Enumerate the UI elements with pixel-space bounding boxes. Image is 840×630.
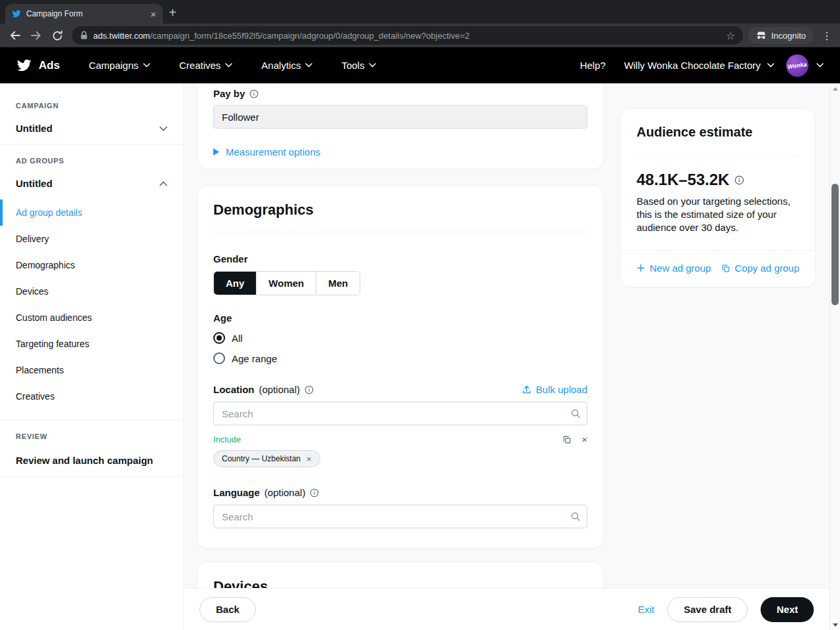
back-button[interactable]: Back (200, 597, 256, 622)
location-chip[interactable]: Country — Uzbekistan × (213, 450, 320, 467)
sidebar: CAMPAIGN Untitled AD GROUPS Untitled Ad … (0, 83, 184, 630)
measurement-options-label: Measurement options (226, 146, 320, 158)
ads-nav: Campaigns Creatives Analytics Tools (89, 60, 376, 71)
bookmark-star-icon[interactable]: ☆ (726, 30, 735, 42)
nav-tools[interactable]: Tools (341, 60, 376, 71)
gender-segmented-control: Any Women Men (213, 271, 360, 295)
back-icon[interactable] (5, 26, 25, 45)
sidebar-item-demographics[interactable]: Demographics (0, 252, 183, 278)
age-label: Age (213, 312, 587, 324)
reload-icon[interactable] (47, 26, 67, 45)
copy-ad-group-link[interactable]: Copy ad group (721, 262, 799, 274)
payby-label: Pay by (213, 88, 245, 99)
info-icon[interactable] (249, 89, 259, 98)
language-search-input[interactable] (213, 505, 587, 528)
sidebar-adgroup-toggle[interactable]: Untitled (0, 169, 183, 200)
location-search-input[interactable] (213, 402, 587, 425)
language-label: Language (213, 487, 260, 498)
ads-header: Ads Campaigns Creatives Analytics Tools … (0, 47, 840, 83)
audience-estimate-row: 48.1K–53.2K (621, 156, 815, 189)
scrollbar-down-icon[interactable] (830, 620, 840, 630)
url-bar[interactable]: ads.twitter.com/campaign_form/18ce55f92l… (72, 26, 743, 45)
tab-close-icon[interactable]: × (150, 9, 156, 19)
new-ad-group-label: New ad group (650, 262, 711, 274)
gender-men-button[interactable]: Men (316, 272, 360, 295)
language-optional-label: (optional) (264, 487, 306, 498)
audience-actions: New ad group Copy ad group (621, 251, 815, 287)
sidebar-item-targeting-features[interactable]: Targeting features (0, 331, 183, 357)
include-label: Include (213, 434, 562, 444)
bulk-upload-link[interactable]: Bulk upload (522, 384, 587, 395)
incognito-icon (756, 31, 766, 40)
new-tab-button[interactable]: + (163, 3, 182, 22)
account-menu[interactable]: Willy Wonka Chocolate Factory (624, 60, 774, 71)
clear-include-icon[interactable]: × (581, 434, 587, 444)
info-icon[interactable] (304, 385, 314, 394)
chevron-down-icon (816, 63, 824, 68)
new-ad-group-link[interactable]: New ad group (637, 262, 711, 274)
sidebar-item-custom-audiences[interactable]: Custom audiences (0, 304, 183, 331)
divider (213, 232, 587, 232)
chevron-up-icon (159, 181, 167, 186)
sidebar-item-review-launch[interactable]: Review and launch campaign (0, 444, 183, 476)
twitter-logo-icon[interactable] (16, 58, 32, 73)
browser-menu-icon[interactable]: ⋮ (819, 30, 835, 42)
bulk-upload-label: Bulk upload (536, 384, 587, 395)
radio-unselected-icon (213, 352, 225, 364)
next-button[interactable]: Next (761, 597, 814, 622)
language-search-box (213, 505, 587, 528)
sidebar-campaign-toggle[interactable]: Untitled (0, 114, 183, 144)
nav-creatives[interactable]: Creatives (179, 60, 232, 71)
search-icon (570, 511, 581, 522)
location-label: Location (213, 384, 255, 395)
save-draft-button[interactable]: Save draft (667, 597, 748, 622)
info-icon[interactable] (734, 175, 744, 185)
chevron-down-icon (767, 63, 774, 68)
forward-icon[interactable] (26, 26, 46, 45)
age-range-label: Age range (232, 353, 277, 364)
chip-close-icon[interactable]: × (306, 455, 312, 463)
chip-row: Country — Uzbekistan × (213, 450, 587, 467)
scrollbar-thumb[interactable] (831, 184, 839, 305)
sidebar-item-ad-group-details[interactable]: Ad group details (0, 200, 183, 226)
measurement-options-link[interactable]: Measurement options (213, 146, 587, 158)
app-body: CAMPAIGN Untitled AD GROUPS Untitled Ad … (0, 83, 840, 630)
nav-analytics[interactable]: Analytics (261, 60, 312, 71)
plus-icon (637, 264, 645, 272)
sidebar-heading-review: REVIEW (0, 421, 183, 444)
gender-any-button[interactable]: Any (214, 272, 256, 295)
sidebar-item-placements[interactable]: Placements (0, 357, 183, 383)
sidebar-item-devices[interactable]: Devices (0, 278, 183, 304)
url-text: ads.twitter.com/campaign_form/18ce55f92l… (93, 31, 721, 41)
age-all-label: All (232, 333, 243, 344)
browser-tab[interactable]: Campaign Form × (5, 4, 163, 24)
url-domain: ads.twitter.com (93, 31, 150, 41)
browser-tab-strip: Campaign Form × + (0, 0, 840, 24)
sidebar-item-delivery[interactable]: Delivery (0, 226, 183, 252)
audience-estimate-title: Audience estimate (621, 125, 815, 140)
scrollbar[interactable] (830, 83, 840, 630)
payby-value-field[interactable]: Follower (213, 105, 587, 129)
exit-link[interactable]: Exit (638, 604, 654, 615)
main-content: Pay by Follower Measurement options Demo… (184, 83, 830, 630)
help-link[interactable]: Help? (580, 60, 606, 71)
gender-women-button[interactable]: Women (256, 272, 316, 295)
sidebar-heading-adgroups: AD GROUPS (0, 145, 183, 169)
avatar[interactable]: Wonka (786, 54, 808, 77)
divider (0, 476, 183, 477)
info-icon[interactable] (310, 488, 319, 497)
scrollbar-up-icon[interactable] (830, 83, 840, 94)
age-range-radio[interactable]: Age range (213, 352, 587, 364)
nav-tools-label: Tools (341, 60, 364, 71)
location-search-box (213, 402, 587, 425)
age-all-radio[interactable]: All (213, 332, 587, 344)
sidebar-item-creatives[interactable]: Creatives (0, 383, 183, 410)
nav-campaigns[interactable]: Campaigns (89, 60, 150, 71)
tab-title: Campaign Form (26, 9, 145, 18)
chevron-down-icon (225, 63, 232, 68)
demographics-card: Demographics Gender Any Women Men Age Al… (197, 185, 604, 549)
payby-card: Pay by Follower Measurement options (197, 83, 604, 169)
url-path: /campaign_form/18ce55f92l5/campaign/adgr… (150, 31, 470, 41)
location-label-group: Location (optional) (213, 384, 314, 395)
copy-icon[interactable] (562, 435, 572, 444)
